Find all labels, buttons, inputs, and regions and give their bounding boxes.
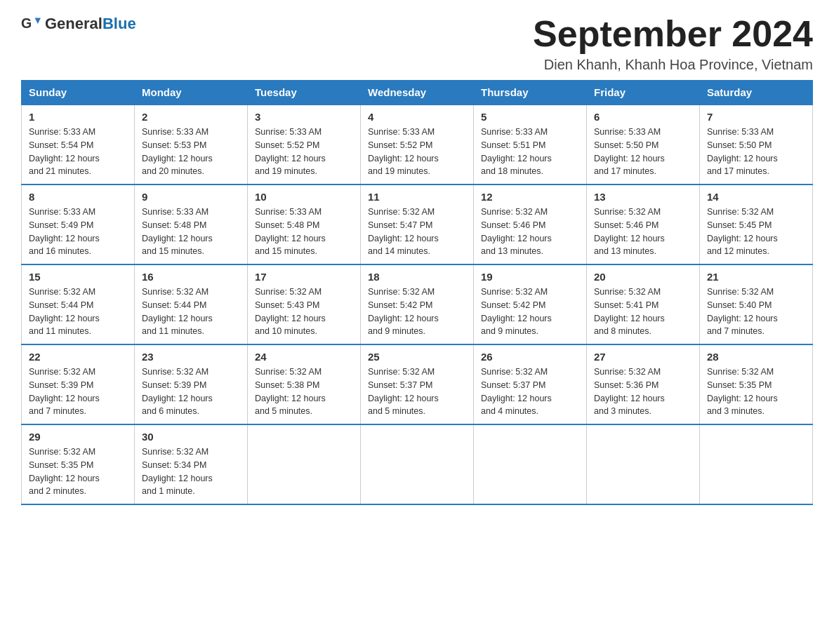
- calendar-cell: 7 Sunrise: 5:33 AM Sunset: 5:50 PM Dayli…: [700, 105, 813, 185]
- day-info: Sunrise: 5:32 AM Sunset: 5:39 PM Dayligh…: [142, 365, 240, 418]
- sunrise-label: Sunrise: 5:33 AM: [368, 127, 435, 137]
- day-number: 24: [255, 351, 353, 363]
- day-number: 1: [29, 111, 127, 123]
- sunset-label: Sunset: 5:47 PM: [368, 220, 432, 230]
- day-number: 27: [594, 351, 692, 363]
- daylight-minutes: and 6 minutes.: [142, 406, 199, 416]
- daylight-label: Daylight: 12 hours: [481, 394, 552, 403]
- logo: G GeneralBlue: [21, 14, 136, 34]
- svg-text:G: G: [21, 15, 32, 31]
- sunrise-label: Sunrise: 5:33 AM: [255, 127, 322, 137]
- weekday-header-saturday: Saturday: [700, 81, 813, 105]
- day-info: Sunrise: 5:33 AM Sunset: 5:49 PM Dayligh…: [29, 206, 127, 258]
- day-number: 8: [29, 191, 127, 203]
- day-info: Sunrise: 5:32 AM Sunset: 5:35 PM Dayligh…: [29, 445, 127, 498]
- day-info: Sunrise: 5:32 AM Sunset: 5:41 PM Dayligh…: [594, 286, 692, 338]
- daylight-minutes: and 17 minutes.: [594, 166, 656, 176]
- day-number: 2: [142, 111, 240, 123]
- weekday-header-tuesday: Tuesday: [248, 81, 361, 105]
- day-number: 29: [29, 431, 127, 443]
- sunset-label: Sunset: 5:39 PM: [29, 380, 93, 390]
- daylight-label: Daylight: 12 hours: [368, 314, 439, 323]
- daylight-minutes: and 18 minutes.: [481, 166, 543, 176]
- sunrise-label: Sunrise: 5:33 AM: [255, 207, 322, 217]
- calendar-cell: 3 Sunrise: 5:33 AM Sunset: 5:52 PM Dayli…: [248, 105, 361, 185]
- sunset-label: Sunset: 5:38 PM: [255, 380, 319, 390]
- calendar-cell: [587, 424, 700, 504]
- daylight-label: Daylight: 12 hours: [29, 234, 100, 243]
- daylight-label: Daylight: 12 hours: [594, 234, 665, 243]
- sunrise-label: Sunrise: 5:32 AM: [481, 207, 548, 217]
- sunset-label: Sunset: 5:48 PM: [255, 220, 319, 230]
- day-info: Sunrise: 5:32 AM Sunset: 5:47 PM Dayligh…: [368, 206, 466, 258]
- sunrise-label: Sunrise: 5:33 AM: [142, 127, 208, 137]
- weekday-header-sunday: Sunday: [22, 81, 135, 105]
- calendar-cell: 21 Sunrise: 5:32 AM Sunset: 5:40 PM Dayl…: [700, 264, 813, 344]
- daylight-label: Daylight: 12 hours: [368, 394, 439, 403]
- daylight-minutes: and 4 minutes.: [481, 406, 538, 416]
- sunset-label: Sunset: 5:50 PM: [707, 140, 772, 150]
- calendar-cell: 10 Sunrise: 5:33 AM Sunset: 5:48 PM Dayl…: [248, 185, 361, 264]
- weekday-header-thursday: Thursday: [474, 81, 587, 105]
- daylight-minutes: and 13 minutes.: [481, 246, 543, 256]
- sunset-label: Sunset: 5:35 PM: [29, 460, 93, 470]
- sunset-label: Sunset: 5:42 PM: [368, 300, 432, 310]
- sunrise-label: Sunrise: 5:32 AM: [481, 287, 548, 297]
- day-number: 20: [594, 271, 692, 283]
- title-block: September 2024 Dien Khanh, Khanh Hoa Pro…: [533, 14, 813, 73]
- sunrise-label: Sunrise: 5:32 AM: [368, 207, 435, 217]
- calendar-cell: 6 Sunrise: 5:33 AM Sunset: 5:50 PM Dayli…: [587, 105, 700, 185]
- sunrise-label: Sunrise: 5:32 AM: [29, 367, 95, 377]
- day-info: Sunrise: 5:33 AM Sunset: 5:51 PM Dayligh…: [481, 126, 579, 178]
- day-info: Sunrise: 5:32 AM Sunset: 5:46 PM Dayligh…: [481, 206, 579, 258]
- weekday-header-monday: Monday: [135, 81, 248, 105]
- sunrise-label: Sunrise: 5:32 AM: [707, 207, 774, 217]
- day-number: 21: [707, 271, 805, 283]
- day-number: 11: [368, 191, 466, 203]
- sunset-label: Sunset: 5:52 PM: [368, 140, 432, 150]
- daylight-label: Daylight: 12 hours: [142, 234, 213, 243]
- sunrise-label: Sunrise: 5:32 AM: [481, 367, 548, 377]
- day-info: Sunrise: 5:32 AM Sunset: 5:46 PM Dayligh…: [594, 206, 692, 258]
- daylight-label: Daylight: 12 hours: [29, 314, 100, 323]
- day-info: Sunrise: 5:32 AM Sunset: 5:34 PM Dayligh…: [142, 445, 240, 498]
- daylight-minutes: and 5 minutes.: [255, 406, 312, 416]
- daylight-label: Daylight: 12 hours: [368, 234, 439, 243]
- sunrise-label: Sunrise: 5:33 AM: [707, 127, 774, 137]
- daylight-minutes: and 14 minutes.: [368, 246, 430, 256]
- day-number: 3: [255, 111, 353, 123]
- day-number: 14: [707, 191, 805, 203]
- daylight-minutes: and 8 minutes.: [594, 326, 651, 336]
- daylight-minutes: and 19 minutes.: [368, 166, 430, 176]
- day-number: 17: [255, 271, 353, 283]
- daylight-label: Daylight: 12 hours: [707, 154, 778, 163]
- daylight-label: Daylight: 12 hours: [707, 234, 778, 243]
- daylight-minutes: and 10 minutes.: [255, 326, 317, 336]
- calendar-cell: 19 Sunrise: 5:32 AM Sunset: 5:42 PM Dayl…: [474, 264, 587, 344]
- calendar-cell: 29 Sunrise: 5:32 AM Sunset: 5:35 PM Dayl…: [22, 424, 135, 504]
- daylight-label: Daylight: 12 hours: [594, 154, 665, 163]
- sunset-label: Sunset: 5:36 PM: [594, 380, 658, 390]
- daylight-label: Daylight: 12 hours: [594, 394, 665, 403]
- calendar-cell: 13 Sunrise: 5:32 AM Sunset: 5:46 PM Dayl…: [587, 185, 700, 264]
- daylight-label: Daylight: 12 hours: [707, 314, 778, 323]
- calendar-week-row: 15 Sunrise: 5:32 AM Sunset: 5:44 PM Dayl…: [22, 264, 813, 344]
- calendar-week-row: 8 Sunrise: 5:33 AM Sunset: 5:49 PM Dayli…: [22, 185, 813, 264]
- daylight-label: Daylight: 12 hours: [29, 154, 100, 163]
- day-number: 15: [29, 271, 127, 283]
- calendar-cell: 2 Sunrise: 5:33 AM Sunset: 5:53 PM Dayli…: [135, 105, 248, 185]
- sunset-label: Sunset: 5:34 PM: [142, 460, 206, 470]
- daylight-minutes: and 17 minutes.: [707, 166, 769, 176]
- sunrise-label: Sunrise: 5:32 AM: [594, 207, 661, 217]
- sunrise-label: Sunrise: 5:32 AM: [29, 447, 95, 457]
- sunrise-label: Sunrise: 5:33 AM: [594, 127, 661, 137]
- day-number: 26: [481, 351, 579, 363]
- calendar-cell: 26 Sunrise: 5:32 AM Sunset: 5:37 PM Dayl…: [474, 344, 587, 424]
- sunset-label: Sunset: 5:40 PM: [707, 300, 772, 310]
- calendar-cell: 15 Sunrise: 5:32 AM Sunset: 5:44 PM Dayl…: [22, 264, 135, 344]
- daylight-label: Daylight: 12 hours: [255, 314, 326, 323]
- calendar-cell: 16 Sunrise: 5:32 AM Sunset: 5:44 PM Dayl…: [135, 264, 248, 344]
- daylight-minutes: and 15 minutes.: [255, 246, 317, 256]
- day-info: Sunrise: 5:33 AM Sunset: 5:50 PM Dayligh…: [594, 126, 692, 178]
- calendar-cell: [474, 424, 587, 504]
